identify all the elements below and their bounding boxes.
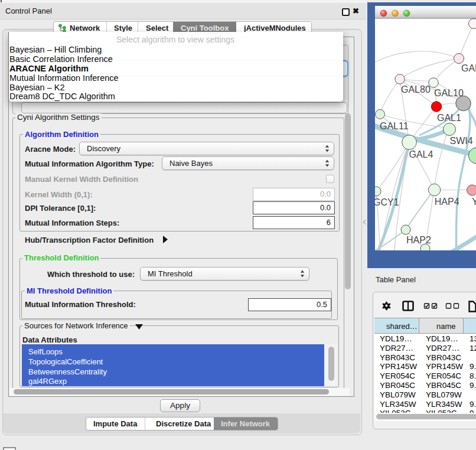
svg-text:GCY1: GCY1: [373, 197, 399, 207]
svg-text:GAL80: GAL80: [401, 84, 431, 94]
svg-text:HAP2: HAP2: [406, 235, 431, 245]
svg-text:GAL10: GAL10: [434, 88, 464, 98]
svg-text:GAL1: GAL1: [437, 113, 461, 123]
svg-text:HAP4: HAP4: [435, 197, 459, 207]
svg-text:GAL4: GAL4: [409, 149, 433, 159]
svg-text:SWI4: SWI4: [450, 136, 473, 146]
svg-text:GAL7: GAL7: [461, 63, 476, 73]
svg-text:Y: Y: [472, 197, 476, 207]
svg-text:GAL11: GAL11: [380, 121, 409, 131]
